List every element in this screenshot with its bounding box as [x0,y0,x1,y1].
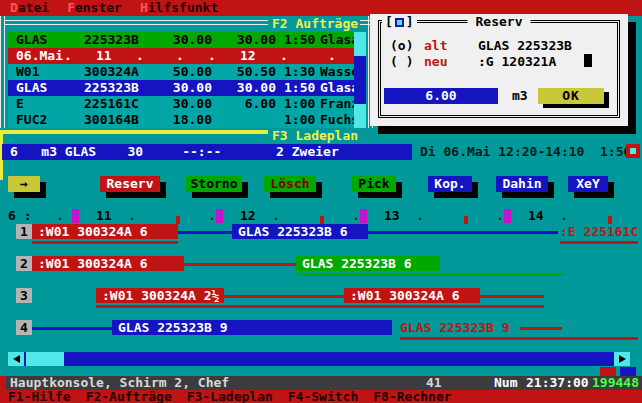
gantt-row-label[interactable]: 4 [16,320,32,335]
radio-row-alt: (o) alt GLAS 225323B [378,38,620,54]
dialog-title: Reserv [468,14,531,30]
order-col-2: 30.00 [156,32,212,48]
scale-hour: 11 [96,208,112,224]
auftraege-scroll-track[interactable] [354,56,366,104]
goto-button[interactable]: → [8,176,40,192]
schedule-time-info: Di 06.Mai 12:20-14:10 1:50 [420,144,631,160]
xey-button[interactable]: XeY [568,176,608,192]
scroll-marker[interactable] [626,144,640,158]
gantt-row-label[interactable]: 2 [16,256,32,271]
reserv-button[interactable]: Reserv [100,176,160,192]
gantt-duration-line [224,295,344,298]
gantt-underline [32,241,178,244]
hscroll-track[interactable] [24,352,614,366]
auftraege-window-title: F2 Aufträge [272,16,358,32]
gantt-bar[interactable]: GLAS 225323B 6 [296,256,440,271]
statusbar: Hauptkonsole, Schirm 2, Chef 41 Num 21:3… [0,376,642,390]
order-row[interactable]: GLAS225323B30.0030.001:50Glasau [8,32,358,48]
loesch-button[interactable]: Lösch [264,176,316,192]
fkey-f3[interactable]: F3-Ladeplan [187,390,273,403]
radio-row-neu: ( ) neu :G 120321A [378,54,620,70]
order-col-2: 30.00 [156,96,212,112]
menu-item-hilfsfunkt[interactable]: Hilfsfunkt [140,0,218,16]
order-col-5: Glasau [320,32,358,48]
gantt-area: 1:W01 300324A 6GLAS 225323B 6:E 225161C2… [0,224,642,354]
status-counter: 199448 [592,376,639,390]
fkey-f4[interactable]: F4-Switch [288,390,358,403]
gantt-underline [96,305,544,308]
hscroll-right-button[interactable] [614,352,630,366]
scale-dot: . [352,208,360,224]
scale-tick-magenta [72,209,79,223]
status-count: 41 [426,376,442,390]
reserv-dialog: [] Reserv (o) alt GLAS 225323B ( ) neu :… [370,14,628,126]
order-col-3: 30.00 [220,80,276,96]
gantt-bar[interactable]: :W01 300324A 6 [32,224,178,239]
menu-item-datei[interactable]: Datei [10,0,49,16]
radio-neu-value: :G 120321A [478,54,556,70]
auftraege-table: GLAS225323B30.0030.001:50Glasau06.Mai.11… [8,32,358,128]
order-col-5: Glasau [320,80,358,96]
ok-button[interactable]: OK [538,88,604,104]
scale-origin: 6 : [8,208,31,224]
order-col-0: GLAS [16,32,80,48]
gantt-duration-line [184,263,296,266]
gantt-pending-text[interactable]: GLAS 225323B 9 [400,320,510,335]
text-cursor [584,54,592,67]
order-row[interactable]: FUC2300164B18.001:00Fuchs [8,112,358,128]
radio-neu[interactable]: ( ) [390,54,413,70]
order-col-4: 1:00 [284,112,320,128]
order-col-0: GLAS [16,80,80,96]
date-cell: 11 [96,48,112,64]
gantt-row-label[interactable]: 1 [16,224,32,239]
date-cell: . [208,48,216,64]
order-col-5: Franz [320,96,358,112]
gantt-row-2: 2:W01 300324A 6GLAS 225323B 6 [0,256,642,272]
gantt-bar[interactable]: :W01 300324A 2½ [96,288,224,303]
scale-dot: . [272,208,280,224]
gantt-bar[interactable]: GLAS 225323B 6 [232,224,368,239]
gantt-bar[interactable]: :W01 300324A 6 [32,256,184,271]
pick-button[interactable]: Pick [352,176,396,192]
scale-tick-magenta [216,209,223,223]
scale-dot: . [128,208,136,224]
order-col-2: 50.00 [156,64,212,80]
gantt-pending-text[interactable]: :E 225161C [560,224,638,239]
radio-neu-label[interactable]: neu [424,54,447,70]
kop-button[interactable]: Kop. [428,176,472,192]
hscroll-left-button[interactable] [8,352,24,366]
status-red-stub [0,376,6,390]
marker-dot-icon [630,148,636,154]
auftraege-top-border [4,20,268,25]
fkey-f1[interactable]: F1-Hilfe [8,390,71,403]
auftraege-scroll-down[interactable] [354,104,366,128]
amount-field[interactable]: 6.00 [384,88,498,104]
radio-alt-label[interactable]: alt [424,38,447,54]
order-col-1: 225161C [84,96,152,112]
order-col-3: 50.50 [220,64,276,80]
time-scale: 6 :11121314........ [0,208,642,224]
hscroll-thumb[interactable] [26,352,64,366]
fkey-f2[interactable]: F2-Aufträge [86,390,172,403]
gantt-row-label[interactable]: 3 [16,288,32,303]
order-row[interactable]: W01300324A50.0050.501:30Wasser [8,64,358,80]
storno-button[interactable]: Storno [186,176,242,192]
order-date-row[interactable]: 06.Mai.11...12.. [8,48,358,64]
gantt-duration-line [520,327,562,330]
order-col-4: 1:50 [284,80,320,96]
auftraege-scroll-up[interactable] [354,32,366,56]
unit-label: m3 [512,88,528,104]
status-numlock: Num [494,376,517,390]
gantt-bar[interactable]: GLAS 225323B 9 [112,320,392,335]
order-row[interactable]: GLAS225323B30.0030.001:50Glasau [8,80,358,96]
dahin-button[interactable]: Dahin [496,176,548,192]
dialog-close-button[interactable]: [] [382,14,417,30]
radio-alt-value: GLAS 225323B [478,38,572,54]
menu-item-fenster[interactable]: Fenster [67,0,122,16]
gantt-underline [296,273,564,276]
order-row[interactable]: E225161C30.006.001:00Franz [8,96,358,112]
fkey-f8[interactable]: F8-Rechner [373,390,451,403]
radio-alt[interactable]: (o) [390,38,413,54]
gantt-bar[interactable]: :W01 300324A 6 [344,288,480,303]
scale-dot: . [496,208,504,224]
